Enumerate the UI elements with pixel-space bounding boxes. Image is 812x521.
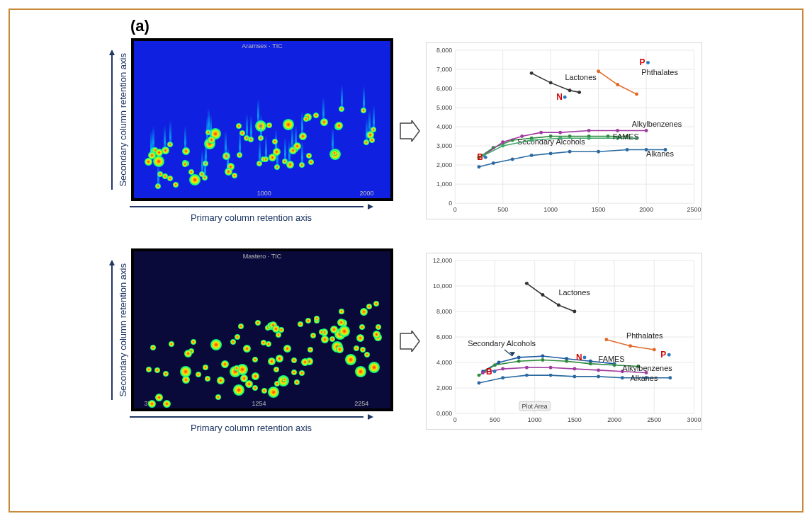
svg-text:8,000: 8,000 bbox=[436, 307, 452, 314]
svg-text:2,000: 2,000 bbox=[436, 161, 452, 168]
svg-text:Alkanes: Alkanes bbox=[646, 149, 674, 157]
heatmap-b-wrap: Secondary column retention axis Mastero … bbox=[109, 248, 393, 433]
svg-text:7,000: 7,000 bbox=[436, 65, 452, 72]
svg-text:Alkanes: Alkanes bbox=[631, 374, 658, 382]
svg-point-148 bbox=[477, 381, 480, 384]
svg-text:1500: 1500 bbox=[592, 206, 606, 213]
svg-text:1000: 1000 bbox=[528, 416, 542, 423]
svg-point-30 bbox=[530, 71, 534, 74]
svg-point-52 bbox=[539, 130, 543, 134]
heatmap-b-y-axis-label: Secondary column retention axis bbox=[118, 263, 128, 397]
svg-point-60 bbox=[530, 138, 534, 142]
svg-point-156 bbox=[668, 376, 672, 379]
svg-point-46 bbox=[607, 134, 610, 138]
svg-point-160 bbox=[583, 355, 587, 359]
svg-text:2000: 2000 bbox=[639, 206, 653, 213]
svg-text:0: 0 bbox=[449, 200, 452, 207]
svg-text:Phthalates: Phthalates bbox=[641, 68, 678, 76]
svg-point-131 bbox=[493, 363, 497, 367]
svg-point-140 bbox=[501, 367, 504, 370]
svg-text:P: P bbox=[660, 350, 666, 360]
heatmap-a-x-axis-label bbox=[130, 204, 373, 210]
svg-point-113 bbox=[557, 303, 560, 307]
svg-point-150 bbox=[525, 373, 529, 377]
svg-point-142 bbox=[549, 365, 553, 369]
svg-point-152 bbox=[573, 374, 576, 378]
svg-point-79 bbox=[563, 95, 567, 98]
svg-text:2000: 2000 bbox=[607, 416, 621, 423]
svg-point-66 bbox=[477, 165, 480, 168]
svg-text:6,000: 6,000 bbox=[436, 333, 452, 340]
svg-point-37 bbox=[635, 92, 638, 96]
svg-text:3000: 3000 bbox=[687, 416, 701, 423]
svg-point-35 bbox=[597, 69, 600, 73]
svg-text:8,000: 8,000 bbox=[436, 46, 452, 53]
svg-point-135 bbox=[589, 362, 592, 365]
svg-point-144 bbox=[597, 368, 600, 372]
svg-point-134 bbox=[565, 359, 568, 362]
svg-text:Lactones: Lactones bbox=[558, 287, 590, 296]
heatmap-a-wrap: Secondary column retention axis Aramsex … bbox=[109, 38, 393, 223]
svg-text:Phthalates: Phthalates bbox=[626, 331, 663, 339]
svg-point-139 bbox=[481, 371, 485, 374]
panel-b: Secondary column retention axis Mastero … bbox=[109, 248, 703, 433]
svg-point-69 bbox=[530, 154, 534, 157]
svg-text:FAMES: FAMES bbox=[599, 355, 625, 363]
svg-point-50 bbox=[501, 140, 504, 144]
svg-point-70 bbox=[549, 151, 553, 155]
svg-text:5,000: 5,000 bbox=[436, 103, 452, 110]
svg-point-151 bbox=[549, 373, 553, 377]
panel-a-label: (a) bbox=[130, 17, 150, 35]
heatmap-a-title: Aramsex · TIC bbox=[242, 42, 282, 50]
heatmap-a-tick: 1000 bbox=[257, 190, 271, 197]
svg-point-149 bbox=[501, 376, 504, 379]
svg-point-112 bbox=[541, 293, 544, 297]
svg-text:FAMES: FAMES bbox=[613, 132, 639, 140]
svg-point-62 bbox=[587, 136, 591, 139]
svg-point-141 bbox=[525, 365, 529, 369]
svg-text:0: 0 bbox=[453, 206, 457, 213]
svg-text:4,000: 4,000 bbox=[436, 359, 452, 366]
svg-point-56 bbox=[645, 128, 648, 132]
svg-text:Secondary Alcohols: Secondary Alcohols bbox=[468, 338, 536, 347]
svg-text:4,000: 4,000 bbox=[436, 123, 452, 130]
axis-arrow-up-icon bbox=[109, 50, 115, 55]
svg-point-68 bbox=[511, 157, 514, 161]
heatmap-b-title: Mastero · TIC bbox=[243, 253, 281, 260]
svg-point-51 bbox=[520, 134, 524, 138]
svg-text:1500: 1500 bbox=[568, 416, 582, 423]
axis-line bbox=[111, 55, 113, 190]
svg-point-36 bbox=[616, 83, 619, 86]
heatmap-b: Mastero · TIC 354 1254 2254 bbox=[131, 248, 393, 411]
svg-text:2,000: 2,000 bbox=[436, 384, 452, 391]
svg-point-117 bbox=[628, 344, 632, 348]
svg-point-122 bbox=[517, 355, 521, 359]
svg-text:1000: 1000 bbox=[543, 206, 558, 213]
svg-text:0: 0 bbox=[453, 416, 457, 423]
svg-text:2500: 2500 bbox=[647, 416, 661, 423]
svg-text:B: B bbox=[477, 152, 483, 162]
svg-point-114 bbox=[573, 309, 576, 313]
svg-point-158 bbox=[493, 370, 497, 373]
svg-point-118 bbox=[653, 348, 656, 351]
svg-point-111 bbox=[525, 281, 529, 285]
svg-point-116 bbox=[604, 338, 608, 341]
svg-point-162 bbox=[667, 353, 671, 356]
arrow-right-icon bbox=[399, 331, 420, 352]
svg-point-72 bbox=[597, 149, 600, 153]
svg-text:N: N bbox=[556, 92, 563, 102]
svg-text:B: B bbox=[486, 366, 492, 376]
svg-text:10,000: 10,000 bbox=[433, 282, 452, 289]
svg-text:Alkylbenzenes: Alkylbenzenes bbox=[632, 120, 682, 128]
axis-arrow-right-icon bbox=[368, 414, 373, 420]
svg-text:3,000: 3,000 bbox=[436, 142, 452, 149]
svg-point-123 bbox=[541, 354, 544, 357]
axis-arrow-right-icon bbox=[368, 204, 373, 210]
svg-point-153 bbox=[597, 374, 600, 378]
svg-point-31 bbox=[549, 81, 553, 84]
axis-arrow-up-icon bbox=[109, 260, 115, 265]
svg-point-81 bbox=[646, 61, 650, 64]
heatmap-a: Aramsex · TIC 1000 2000 bbox=[131, 38, 393, 201]
svg-text:P: P bbox=[640, 57, 645, 67]
svg-point-54 bbox=[587, 128, 591, 132]
